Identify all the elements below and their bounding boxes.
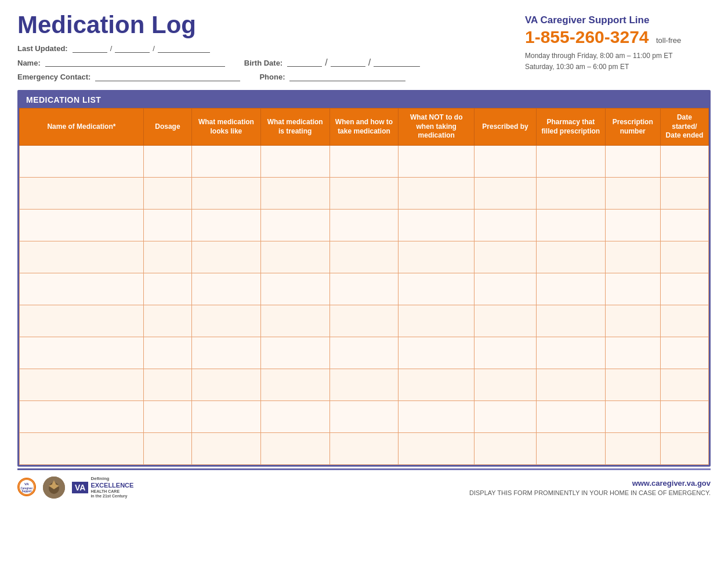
cell-r9-c3[interactable] — [260, 432, 329, 464]
cell-r9-c1[interactable] — [143, 432, 191, 464]
birth-year-field[interactable] — [374, 59, 420, 67]
cell-r9-c9[interactable] — [660, 432, 708, 464]
cell-r4-c2[interactable] — [191, 273, 260, 305]
cell-r7-c4[interactable] — [329, 369, 399, 400]
table-row[interactable] — [20, 177, 709, 209]
cell-r9-c0[interactable] — [20, 432, 144, 464]
cell-r6-c6[interactable] — [475, 337, 537, 369]
cell-r5-c7[interactable] — [536, 305, 605, 337]
last-updated-year[interactable] — [158, 45, 210, 53]
cell-r0-c5[interactable] — [399, 145, 475, 177]
cell-r3-c5[interactable] — [399, 241, 475, 273]
cell-r2-c0[interactable] — [20, 209, 144, 241]
cell-r7-c9[interactable] — [660, 369, 708, 400]
cell-r2-c4[interactable] — [329, 209, 399, 241]
cell-r4-c8[interactable] — [605, 273, 660, 305]
cell-r5-c0[interactable] — [20, 305, 144, 337]
table-row[interactable] — [20, 432, 709, 464]
cell-r0-c0[interactable] — [20, 145, 144, 177]
table-row[interactable] — [20, 369, 709, 400]
cell-r1-c0[interactable] — [20, 177, 144, 209]
cell-r4-c1[interactable] — [143, 273, 191, 305]
cell-r5-c1[interactable] — [143, 305, 191, 337]
cell-r6-c7[interactable] — [536, 337, 605, 369]
cell-r1-c8[interactable] — [605, 177, 660, 209]
cell-r1-c7[interactable] — [536, 177, 605, 209]
cell-r1-c9[interactable] — [660, 177, 708, 209]
cell-r9-c4[interactable] — [329, 432, 399, 464]
cell-r5-c2[interactable] — [191, 305, 260, 337]
cell-r3-c3[interactable] — [260, 241, 329, 273]
cell-r8-c2[interactable] — [191, 400, 260, 432]
cell-r5-c6[interactable] — [475, 305, 537, 337]
cell-r4-c3[interactable] — [260, 273, 329, 305]
cell-r4-c6[interactable] — [475, 273, 537, 305]
cell-r1-c4[interactable] — [329, 177, 399, 209]
cell-r0-c6[interactable] — [475, 145, 537, 177]
cell-r2-c9[interactable] — [660, 209, 708, 241]
cell-r5-c8[interactable] — [605, 305, 660, 337]
cell-r4-c0[interactable] — [20, 273, 144, 305]
cell-r3-c4[interactable] — [329, 241, 399, 273]
cell-r9-c2[interactable] — [191, 432, 260, 464]
cell-r5-c5[interactable] — [399, 305, 475, 337]
cell-r3-c8[interactable] — [605, 241, 660, 273]
table-row[interactable] — [20, 241, 709, 273]
cell-r1-c3[interactable] — [260, 177, 329, 209]
cell-r8-c4[interactable] — [329, 400, 399, 432]
cell-r1-c1[interactable] — [143, 177, 191, 209]
cell-r7-c5[interactable] — [399, 369, 475, 400]
cell-r7-c2[interactable] — [191, 369, 260, 400]
cell-r3-c0[interactable] — [20, 241, 144, 273]
cell-r2-c2[interactable] — [191, 209, 260, 241]
cell-r1-c6[interactable] — [475, 177, 537, 209]
table-row[interactable] — [20, 337, 709, 369]
cell-r3-c2[interactable] — [191, 241, 260, 273]
table-row[interactable] — [20, 209, 709, 241]
cell-r2-c6[interactable] — [475, 209, 537, 241]
cell-r8-c7[interactable] — [536, 400, 605, 432]
cell-r6-c4[interactable] — [329, 337, 399, 369]
cell-r8-c8[interactable] — [605, 400, 660, 432]
cell-r5-c9[interactable] — [660, 305, 708, 337]
cell-r0-c7[interactable] — [536, 145, 605, 177]
cell-r6-c3[interactable] — [260, 337, 329, 369]
cell-r8-c0[interactable] — [20, 400, 144, 432]
cell-r8-c5[interactable] — [399, 400, 475, 432]
cell-r6-c8[interactable] — [605, 337, 660, 369]
name-field[interactable] — [45, 59, 225, 67]
cell-r4-c5[interactable] — [399, 273, 475, 305]
last-updated-month[interactable] — [73, 45, 107, 53]
cell-r2-c3[interactable] — [260, 209, 329, 241]
cell-r3-c1[interactable] — [143, 241, 191, 273]
cell-r2-c7[interactable] — [536, 209, 605, 241]
cell-r9-c6[interactable] — [475, 432, 537, 464]
cell-r9-c7[interactable] — [536, 432, 605, 464]
cell-r7-c0[interactable] — [20, 369, 144, 400]
cell-r5-c4[interactable] — [329, 305, 399, 337]
phone-field[interactable] — [289, 73, 405, 81]
table-row[interactable] — [20, 145, 709, 177]
birth-day-field[interactable] — [331, 59, 365, 67]
last-updated-day[interactable] — [115, 45, 150, 53]
table-row[interactable] — [20, 400, 709, 432]
cell-r6-c0[interactable] — [20, 337, 144, 369]
cell-r8-c6[interactable] — [475, 400, 537, 432]
cell-r7-c6[interactable] — [475, 369, 537, 400]
cell-r0-c9[interactable] — [660, 145, 708, 177]
birth-month-field[interactable] — [287, 59, 322, 67]
cell-r8-c9[interactable] — [660, 400, 708, 432]
cell-r0-c1[interactable] — [143, 145, 191, 177]
cell-r8-c1[interactable] — [143, 400, 191, 432]
cell-r7-c7[interactable] — [536, 369, 605, 400]
cell-r1-c5[interactable] — [399, 177, 475, 209]
cell-r2-c1[interactable] — [143, 209, 191, 241]
table-row[interactable] — [20, 273, 709, 305]
cell-r3-c7[interactable] — [536, 241, 605, 273]
table-row[interactable] — [20, 305, 709, 337]
cell-r4-c7[interactable] — [536, 273, 605, 305]
cell-r2-c8[interactable] — [605, 209, 660, 241]
cell-r1-c2[interactable] — [191, 177, 260, 209]
cell-r0-c3[interactable] — [260, 145, 329, 177]
cell-r0-c8[interactable] — [605, 145, 660, 177]
